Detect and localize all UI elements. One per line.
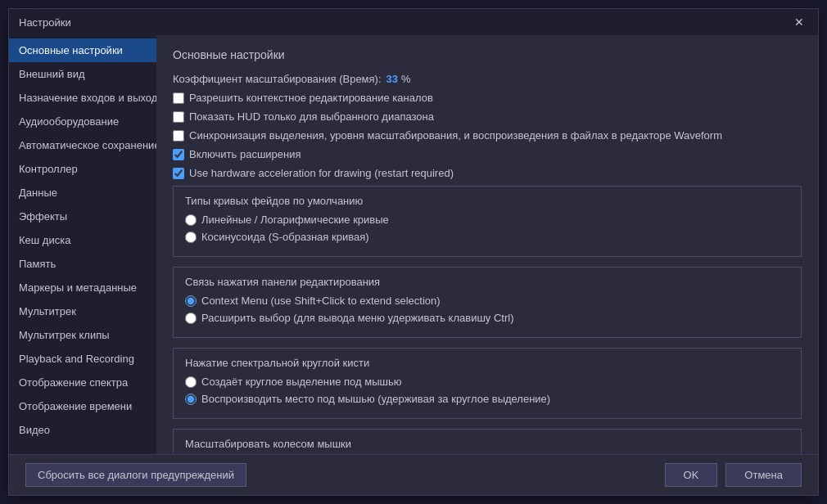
group-title-0: Типы кривых фейдов по умолчанию [185, 195, 789, 207]
radio-row-circle_sel: Создаёт круглое выделение под мышью [185, 376, 789, 388]
checkbox-label-ctx_edit[interactable]: Разрешить контекстное редактирование кан… [189, 92, 433, 104]
group-box-2: Нажатие спектральной круглой кистиСоздаё… [173, 348, 802, 419]
zoom-row: Коэффициент масштабирования (Время): 33 … [173, 73, 802, 85]
group-box-0: Типы кривых фейдов по умолчаниюЛинейные … [173, 186, 802, 257]
sidebar-item-effects[interactable]: Эффекты [9, 205, 156, 228]
title-bar: Настройки ✕ [9, 9, 818, 35]
sidebar-item-data[interactable]: Данные [9, 181, 156, 205]
checkbox-row-hud: Показать HUD только для выбранного диапа… [173, 110, 802, 123]
zoom-value: 33 [386, 73, 398, 85]
checkbox-label-sync[interactable]: Синхронизация выделения, уровня масштаби… [189, 129, 722, 142]
zoom-label: Коэффициент масштабирования (Время): [173, 73, 382, 85]
sidebar-item-markers[interactable]: Маркеры и метаданные [9, 276, 156, 299]
sidebar-item-io[interactable]: Назначение входов и выходов [9, 86, 156, 110]
sidebar-item-appearance[interactable]: Внешний вид [9, 62, 156, 86]
checkbox-hwaccel[interactable] [173, 168, 184, 179]
zoom-unit: % [401, 73, 411, 85]
groups-section: Типы кривых фейдов по умолчаниюЛинейные … [173, 186, 802, 454]
sidebar-item-controller[interactable]: Контроллер [9, 157, 156, 181]
checkbox-hud[interactable] [173, 111, 184, 123]
sidebar-item-diskcache[interactable]: Кеш диска [9, 228, 156, 252]
radio-label-circle_sel[interactable]: Создаёт круглое выделение под мышью [201, 376, 401, 388]
sidebar-item-autosave[interactable]: Автоматическое сохранение [9, 133, 156, 157]
radio-extend_sel[interactable] [185, 313, 197, 324]
group-box-3: Масштабировать колесом мышкиУвеличить на… [173, 429, 802, 454]
checkboxes-section: Разрешить контекстное редактирование кан… [173, 92, 802, 179]
radio-label-play_mouse[interactable]: Воспроизводить место под мышью (удержива… [201, 393, 550, 405]
radio-row-play_mouse: Воспроизводить место под мышью (удержива… [185, 393, 789, 405]
sidebar-item-memory[interactable]: Память [9, 252, 156, 276]
sidebar-item-time_view[interactable]: Отображение времени [9, 394, 156, 418]
section-title: Основные настройки [173, 48, 802, 61]
sidebar: Основные настройкиВнешний видНазначение … [9, 35, 156, 454]
radio-label-linear[interactable]: Линейные / Логарифмические кривые [201, 214, 389, 226]
checkbox-row-sync: Синхронизация выделения, уровня масштаби… [173, 129, 802, 142]
checkbox-label-extensions[interactable]: Включить расширения [189, 148, 301, 160]
radio-circle_sel[interactable] [185, 376, 197, 388]
footer: Сбросить все диалоги предупреждений OK О… [9, 454, 818, 495]
sidebar-item-basic[interactable]: Основные настройки [9, 38, 156, 62]
radio-context_menu[interactable] [185, 295, 197, 307]
checkbox-extensions[interactable] [173, 149, 184, 160]
radio-label-cosine[interactable]: Косинусоида (S-образная кривая) [201, 231, 369, 243]
sidebar-item-spectrum_view[interactable]: Отображение спектра [9, 371, 156, 394]
main-panel: Основные настройки Коэффициент масштабир… [156, 35, 818, 454]
checkbox-row-hwaccel: Use hardware acceleration for drawing (r… [173, 167, 802, 179]
checkbox-sync[interactable] [173, 130, 184, 142]
cancel-button[interactable]: Отмена [725, 463, 802, 487]
footer-buttons: OK Отмена [665, 463, 802, 487]
radio-play_mouse[interactable] [185, 394, 197, 405]
group-box-1: Связь нажатия панели редактированияConte… [173, 267, 802, 338]
sidebar-item-playback[interactable]: Playback and Recording [9, 347, 156, 371]
radio-row-context_menu: Context Menu (use Shift+Click to extend … [185, 295, 789, 307]
radio-row-linear: Линейные / Логарифмические кривые [185, 214, 789, 226]
reset-button[interactable]: Сбросить все диалоги предупреждений [25, 463, 246, 487]
group-title-1: Связь нажатия панели редактирования [185, 276, 789, 288]
sidebar-item-video[interactable]: Видео [9, 418, 156, 442]
checkbox-row-ctx_edit: Разрешить контекстное редактирование кан… [173, 92, 802, 104]
sidebar-item-multitrack[interactable]: Мультитрек [9, 299, 156, 323]
close-button[interactable]: ✕ [790, 13, 808, 31]
radio-cosine[interactable] [185, 232, 197, 243]
ok-button[interactable]: OK [665, 463, 718, 487]
group-title-3: Масштабировать колесом мышки [185, 438, 789, 450]
radio-label-context_menu[interactable]: Context Menu (use Shift+Click to extend … [201, 295, 441, 307]
radio-row-extend_sel: Расширить выбор (для вывода меню удержив… [185, 312, 789, 324]
checkbox-row-extensions: Включить расширения [173, 148, 802, 160]
checkbox-ctx_edit[interactable] [173, 92, 184, 104]
checkbox-label-hud[interactable]: Показать HUD только для выбранного диапа… [189, 110, 434, 123]
radio-linear[interactable] [185, 214, 197, 226]
group-title-2: Нажатие спектральной круглой кисти [185, 357, 789, 369]
radio-label-extend_sel[interactable]: Расширить выбор (для вывода меню удержив… [201, 312, 514, 324]
settings-dialog: Настройки ✕ Основные настройкиВнешний ви… [8, 8, 819, 496]
sidebar-item-multitrack_clips[interactable]: Мультитрек клипы [9, 323, 156, 347]
sidebar-item-audio[interactable]: Аудиооборудование [9, 110, 156, 133]
dialog-title: Настройки [19, 16, 71, 29]
content-area: Основные настройкиВнешний видНазначение … [9, 35, 818, 454]
radio-row-cosine: Косинусоида (S-образная кривая) [185, 231, 789, 243]
checkbox-label-hwaccel[interactable]: Use hardware acceleration for drawing (r… [189, 167, 454, 179]
